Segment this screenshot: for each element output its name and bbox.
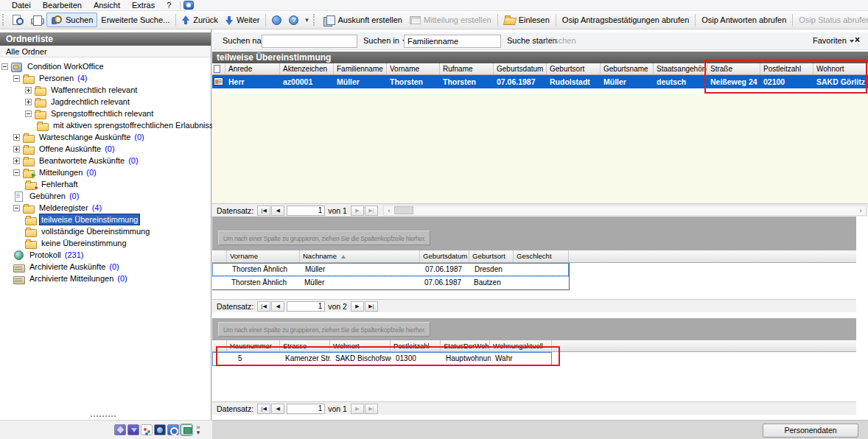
collapse-icon[interactable] <box>13 205 20 211</box>
cell[interactable]: SAKD Görlitz <box>813 75 867 88</box>
cell[interactable]: 07.06.1987 <box>420 277 469 289</box>
remote-app-icon[interactable] <box>183 1 194 10</box>
cell[interactable]: SAKD Bischofswerda <box>331 353 391 365</box>
toolbar-grip[interactable] <box>2 14 6 26</box>
sidebar-item-warteschlange-auskuenfte[interactable]: Warteschlange Auskünfte(0) <box>0 131 211 143</box>
match-row-1[interactable]: Thorsten Ähnlich Müller 07.06.1987 Dresd… <box>212 263 569 276</box>
expand-icon[interactable] <box>13 158 20 164</box>
menu-help[interactable]: ? <box>161 0 177 11</box>
row-indicator-header[interactable] <box>212 63 225 74</box>
sidebar-item-keine-uebereinstimmung[interactable]: keine Übereinstimmung <box>0 237 211 249</box>
prev-record-button[interactable] <box>271 404 284 414</box>
cell[interactable]: 5 <box>228 353 281 365</box>
search-input[interactable] <box>262 35 357 48</box>
expand-icon[interactable] <box>13 134 20 141</box>
sidebar-item-vollstaendige-uebereinstimmung[interactable]: vollständige Übereinstimmung <box>0 225 211 237</box>
sidebar-item-gebuehren[interactable]: Gebühren(0) <box>0 190 211 202</box>
osip-status-button[interactable]: Osip Status abrufen <box>795 14 868 26</box>
scroll-right-icon[interactable]: › <box>855 207 866 214</box>
app-launcher-icon-2[interactable] <box>127 424 139 435</box>
column-header[interactable]: Geburtsdatum <box>494 63 547 74</box>
next-record-button[interactable] <box>351 206 364 216</box>
cell[interactable]: Müller <box>301 264 421 275</box>
cell[interactable]: Thorsten <box>440 75 494 88</box>
column-header[interactable]: Vorname <box>387 63 440 74</box>
cell[interactable]: deutsch <box>654 75 707 88</box>
column-header[interactable]: Geburtsort <box>547 63 601 74</box>
sidebar-item-sprengstoffrechtlich-relevant[interactable]: Sprengstoffrechtlich relevant <box>0 108 211 119</box>
sidebar-item-melderegister[interactable]: Melderegister(4) <box>0 202 211 214</box>
splitter-grip[interactable] <box>91 415 116 418</box>
close-icon[interactable] <box>855 35 860 45</box>
sidebar-item-archivierte-mitteilungen[interactable]: Archivierte Mitteilungen(0) <box>0 273 211 284</box>
last-record-button[interactable] <box>365 206 378 216</box>
last-record-button[interactable] <box>365 404 378 414</box>
osip-antragsbestaetigungen-button[interactable]: Osip Antragsbestätigungen abrufen <box>559 14 693 26</box>
cell[interactable]: Dresden <box>470 264 514 275</box>
cell[interactable]: Hauptwohnung <box>441 353 491 365</box>
column-header[interactable]: Familienname <box>334 63 387 74</box>
cell[interactable]: Neißeweg 24 <box>707 75 760 88</box>
column-header[interactable]: Hausnummer <box>227 340 280 351</box>
column-header[interactable]: Aktenzeichen <box>280 63 334 74</box>
auskunft-erstellen-button[interactable]: Auskunft erstellen <box>320 14 405 27</box>
toolbar-grip[interactable] <box>313 14 317 26</box>
column-header[interactable]: Wohnort <box>813 63 867 74</box>
record-number-input[interactable] <box>287 206 325 216</box>
weiter-button[interactable]: Weiter <box>222 14 264 27</box>
cell[interactable]: Thorsten <box>387 75 440 88</box>
suchen-button[interactable]: Suchen <box>46 13 97 27</box>
prev-record-button[interactable] <box>271 301 284 312</box>
loeschen-button[interactable]: Löschen <box>545 36 576 45</box>
collapse-icon[interactable] <box>13 75 20 82</box>
app-launcher-icon-4[interactable] <box>154 424 166 435</box>
first-record-button[interactable] <box>257 206 270 216</box>
scroll-left-icon[interactable]: ‹ <box>384 207 394 214</box>
cell[interactable]: Müller <box>300 277 420 289</box>
first-record-button[interactable] <box>257 404 270 414</box>
cell[interactable]: 07.06.1987 <box>494 75 547 88</box>
column-header[interactable]: Geschlecht <box>514 250 569 262</box>
sidebar-item-jagdrechtlich-relevant[interactable]: Jagdrechtlich relevant <box>0 96 211 108</box>
app-launcher-icon-1[interactable] <box>114 424 126 435</box>
cell[interactable]: Wahr <box>491 353 550 365</box>
favoriten-dropdown[interactable]: Favoriten <box>813 36 854 45</box>
app-launcher-icon-6[interactable] <box>181 424 192 435</box>
sidebar-item-beantwortete-auskuenfte[interactable]: Beantwortete Auskünfte(0) <box>0 155 211 166</box>
group-by-bar[interactable]: Um nach einer Spalte zu gruppieren, zieh… <box>212 318 856 340</box>
expand-icon[interactable] <box>25 99 32 105</box>
scrollbar-thumb[interactable] <box>394 206 413 214</box>
menu-ansicht[interactable]: Ansicht <box>88 0 126 11</box>
column-header[interactable]: Anrede <box>225 63 280 74</box>
cell[interactable]: Rudolstadt <box>547 75 601 88</box>
all-folders-header[interactable]: Alle Ordner <box>0 46 211 57</box>
sidebar-item-personen[interactable]: Personen(4) <box>0 72 211 84</box>
menu-extras[interactable]: Extras <box>126 0 161 11</box>
expand-icon[interactable] <box>13 146 20 152</box>
help-button[interactable] <box>285 14 302 27</box>
sidebar-item-mitteilungen[interactable]: Mitteilungen(0) <box>0 166 211 178</box>
cell[interactable]: Bautzen <box>469 277 514 289</box>
mitteilung-erstellen-button[interactable]: Mitteilung erstellen <box>406 14 495 26</box>
record-number-input[interactable] <box>287 404 325 414</box>
app-launcher-icon-3[interactable] <box>141 424 153 435</box>
column-header[interactable]: Vorname <box>227 250 300 262</box>
column-header[interactable]: Staatsangehörig... <box>654 63 707 74</box>
zurueck-button[interactable]: Zurück <box>178 14 222 27</box>
column-header[interactable]: StatusDerWohnung <box>441 340 490 351</box>
cell[interactable]: 01300 <box>391 353 441 365</box>
collapse-icon[interactable] <box>25 110 32 117</box>
sidebar-item-waffenrechtlich-relevant[interactable]: Waffenrechtlich relevant <box>0 84 211 96</box>
column-header[interactable]: Nachname <box>300 250 420 262</box>
column-header[interactable]: Postleitzahl <box>760 63 813 74</box>
cell[interactable]: Müller <box>601 75 654 88</box>
cell[interactable]: 07.06.1987 <box>421 264 470 275</box>
cell[interactable]: Thorsten Ähnlich <box>228 264 301 275</box>
column-header[interactable]: Wohnort <box>330 340 391 351</box>
sidebar-item-offene-auskuenfte[interactable]: Offene Auskünfte(0) <box>0 143 211 155</box>
match-row-2[interactable]: Thorsten Ähnlich Müller 07.06.1987 Bautz… <box>212 276 569 289</box>
column-header[interactable]: Geburtsort <box>469 250 514 262</box>
first-record-button[interactable] <box>257 301 270 312</box>
cell[interactable]: 02100 <box>760 75 813 88</box>
prev-record-button[interactable] <box>271 206 284 216</box>
